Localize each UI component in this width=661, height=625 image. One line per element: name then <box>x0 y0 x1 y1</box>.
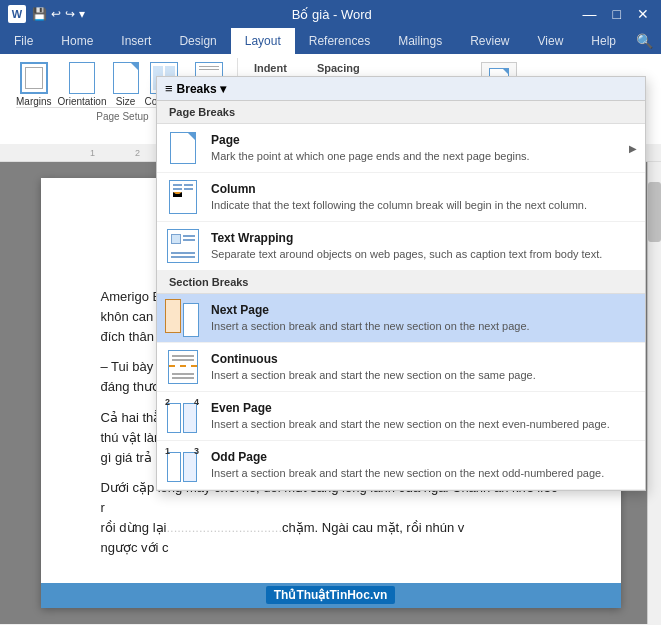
more-icon[interactable]: ▾ <box>79 7 85 21</box>
tab-view[interactable]: View <box>524 28 578 54</box>
tab-file[interactable]: File <box>0 28 47 54</box>
even-page-desc: Insert a section break and start the new… <box>211 417 637 431</box>
menu-item-page[interactable]: Page Mark the point at which one page en… <box>157 124 645 173</box>
menu-item-even-page[interactable]: 2 4 Even Page Insert a section break and… <box>157 392 645 441</box>
continuous-item-text: Continuous Insert a section break and st… <box>211 352 637 382</box>
ribbon-tabs-bar: File Home Insert Design Layout Reference… <box>0 28 661 54</box>
close-button[interactable]: ✕ <box>633 6 653 22</box>
scrollbar-thumb[interactable] <box>648 182 661 242</box>
tab-design[interactable]: Design <box>165 28 230 54</box>
ribbon-content: Margins Orientation Size <box>0 54 661 144</box>
margins-button[interactable]: Margins <box>16 62 52 107</box>
text-wrapping-icon <box>165 228 201 264</box>
text-wrapping-item-text: Text Wrapping Separate text around objec… <box>211 231 637 261</box>
maximize-button[interactable]: □ <box>609 6 625 22</box>
menu-item-odd-page[interactable]: 1 3 Odd Page Insert a section break and … <box>157 441 645 490</box>
odd-page-desc: Insert a section break and start the new… <box>211 466 637 480</box>
search-ribbon-icon[interactable]: 🔍 <box>636 33 653 49</box>
redo-icon[interactable]: ↪ <box>65 7 75 21</box>
undo-icon[interactable]: ↩ <box>51 7 61 21</box>
continuous-icon <box>165 349 201 385</box>
orientation-button[interactable]: Orientation <box>58 62 107 107</box>
spacing-label: Spacing <box>317 62 360 74</box>
title-bar: W 💾 ↩ ↪ ▾ Bố già - Word — □ ✕ <box>0 0 661 28</box>
column-item-title: Column <box>211 182 637 196</box>
page-submenu-arrow: ▶ <box>629 143 637 154</box>
minimize-button[interactable]: — <box>579 6 601 22</box>
next-page-icon <box>165 300 201 336</box>
word-icon: W <box>8 5 26 23</box>
column-item-text: Column Indicate that the text following … <box>211 182 637 212</box>
text-wrapping-title: Text Wrapping <box>211 231 637 245</box>
tab-mailings[interactable]: Mailings <box>384 28 456 54</box>
tab-help[interactable]: Help <box>577 28 630 54</box>
page-item-title: Page <box>211 133 619 147</box>
next-page-item-text: Next Page Insert a section break and sta… <box>211 303 637 333</box>
odd-page-item-text: Odd Page Insert a section break and star… <box>211 450 637 480</box>
tab-references[interactable]: References <box>295 28 384 54</box>
tab-home[interactable]: Home <box>47 28 107 54</box>
title-bar-left: W 💾 ↩ ↪ ▾ <box>8 5 85 23</box>
text-wrapping-desc: Separate text around objects on web page… <box>211 247 637 261</box>
even-page-icon: 2 4 <box>165 398 201 434</box>
breaks-dropdown-label: Breaks ▾ <box>177 82 226 96</box>
next-page-title: Next Page <box>211 303 637 317</box>
even-page-item-text: Even Page Insert a section break and sta… <box>211 401 637 431</box>
page-breaks-section-label: Page Breaks <box>157 101 645 124</box>
quick-access-toolbar: 💾 ↩ ↪ ▾ <box>32 7 85 21</box>
column-item-desc: Indicate that the text following the col… <box>211 198 637 212</box>
continuous-desc: Insert a section break and start the new… <box>211 368 637 382</box>
page-break-icon <box>165 130 201 166</box>
section-breaks-section-label: Section Breaks <box>157 271 645 294</box>
page-item-desc: Mark the point at which one page ends an… <box>211 149 619 163</box>
save-icon[interactable]: 💾 <box>32 7 47 21</box>
page-item-text: Page Mark the point at which one page en… <box>211 133 619 163</box>
continuous-title: Continuous <box>211 352 637 366</box>
window-controls: — □ ✕ <box>579 6 653 22</box>
menu-item-continuous[interactable]: Continuous Insert a section break and st… <box>157 343 645 392</box>
tab-insert[interactable]: Insert <box>107 28 165 54</box>
tab-review[interactable]: Review <box>456 28 523 54</box>
tab-layout[interactable]: Layout <box>231 28 295 54</box>
column-break-icon <box>165 179 201 215</box>
odd-page-icon: 1 3 <box>165 447 201 483</box>
next-page-desc: Insert a section break and start the new… <box>211 319 637 333</box>
tab-list: File Home Insert Design Layout Reference… <box>0 28 661 54</box>
indent-label: Indent <box>254 62 287 74</box>
odd-page-title: Odd Page <box>211 450 637 464</box>
menu-item-next-page[interactable]: Next Page Insert a section break and sta… <box>157 294 645 343</box>
breaks-dropdown-menu: ≡ Breaks ▾ Page Breaks Page Mark the poi… <box>156 76 646 491</box>
window-title: Bố già - Word <box>292 7 372 22</box>
size-button[interactable]: Size <box>113 62 139 107</box>
even-page-title: Even Page <box>211 401 637 415</box>
menu-item-column[interactable]: Column Indicate that the text following … <box>157 173 645 222</box>
doc-watermark: ThủThuậtTinHoc.vn <box>41 583 621 608</box>
vertical-scrollbar[interactable] <box>647 162 661 624</box>
menu-item-text-wrapping[interactable]: Text Wrapping Separate text around objec… <box>157 222 645 271</box>
